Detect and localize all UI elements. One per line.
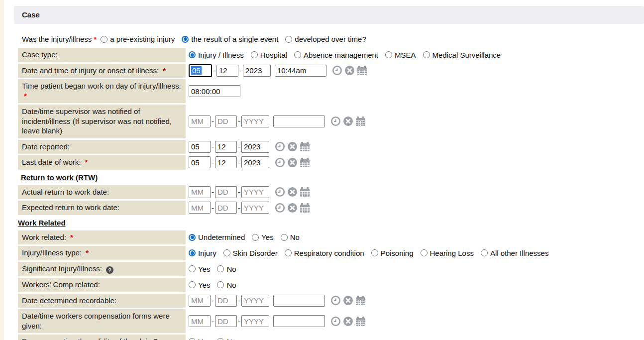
- radio-significant-no[interactable]: No: [217, 265, 236, 273]
- radio-selected-icon[interactable]: [189, 51, 196, 58]
- radio-icon[interactable]: [223, 249, 230, 256]
- radio-pre-existing-injury[interactable]: a pre-existing injury: [101, 35, 175, 43]
- clock-icon[interactable]: [330, 316, 341, 327]
- time-input[interactable]: [275, 65, 326, 77]
- clear-icon[interactable]: [287, 141, 298, 152]
- radio-injury[interactable]: Injury: [189, 249, 216, 257]
- radio-respiratory-condition[interactable]: Respiratory condition: [285, 249, 364, 257]
- day-input[interactable]: [215, 115, 237, 127]
- day-input[interactable]: [215, 156, 237, 168]
- radio-icon[interactable]: [385, 51, 392, 58]
- clear-icon[interactable]: [344, 65, 355, 76]
- calendar-icon[interactable]: [300, 187, 310, 197]
- calendar-icon[interactable]: [355, 116, 366, 126]
- radio-single-event[interactable]: the result of a single event: [182, 35, 278, 43]
- year-input[interactable]: [241, 115, 269, 127]
- radio-icon[interactable]: [421, 249, 428, 256]
- radio-selected-icon[interactable]: [189, 234, 196, 241]
- time-input[interactable]: [273, 295, 325, 307]
- radio-icon[interactable]: [281, 234, 288, 241]
- year-input[interactable]: [243, 65, 271, 77]
- clock-icon[interactable]: [275, 157, 285, 168]
- radio-icon[interactable]: [217, 281, 224, 288]
- clock-icon[interactable]: [275, 203, 285, 213]
- radio-icon[interactable]: [285, 249, 292, 256]
- radio-absence-management[interactable]: Absence management: [294, 51, 378, 59]
- radio-injury-illness[interactable]: Injury / Illness: [189, 51, 244, 59]
- clear-icon[interactable]: [343, 116, 353, 126]
- clock-icon[interactable]: [330, 295, 341, 306]
- month-input[interactable]: [189, 202, 211, 214]
- radio-hearing-loss[interactable]: Hearing Loss: [421, 249, 474, 257]
- radio-work-related-no[interactable]: No: [281, 233, 300, 241]
- radio-significant-yes[interactable]: Yes: [189, 265, 210, 273]
- radio-icon[interactable]: [189, 265, 196, 272]
- radio-selected-icon[interactable]: [189, 249, 196, 256]
- month-input[interactable]: [189, 186, 211, 198]
- radio-icon[interactable]: [189, 281, 196, 288]
- calendar-icon[interactable]: [300, 157, 310, 168]
- month-input-focused[interactable]: 05: [189, 64, 212, 77]
- clear-icon[interactable]: [343, 316, 353, 327]
- clear-icon[interactable]: [287, 187, 298, 197]
- clock-icon[interactable]: [275, 187, 285, 197]
- clear-icon[interactable]: [343, 295, 353, 306]
- month-input[interactable]: [189, 295, 211, 307]
- time-began-input[interactable]: [189, 85, 240, 97]
- month-input[interactable]: [189, 115, 211, 127]
- radio-validity-no[interactable]: No: [217, 338, 236, 340]
- radio-undetermined[interactable]: Undetermined: [189, 233, 245, 241]
- day-input[interactable]: [215, 141, 237, 153]
- day-input[interactable]: [215, 295, 237, 307]
- time-input[interactable]: [273, 115, 325, 127]
- month-input[interactable]: [189, 315, 211, 327]
- clear-icon[interactable]: [287, 203, 298, 213]
- year-input[interactable]: [241, 156, 269, 168]
- radio-icon[interactable]: [371, 249, 378, 256]
- year-input[interactable]: [241, 295, 269, 307]
- radio-validity-yes[interactable]: Yes: [189, 338, 210, 340]
- year-input[interactable]: [241, 141, 269, 153]
- radio-icon[interactable]: [252, 234, 259, 241]
- calendar-icon[interactable]: [300, 203, 310, 213]
- radio-all-other-illnesses[interactable]: All other Illnesses: [481, 249, 549, 257]
- radio-skin-disorder[interactable]: Skin Disorder: [223, 249, 278, 257]
- year-input[interactable]: [241, 315, 269, 327]
- radio-selected-icon[interactable]: [182, 36, 189, 43]
- radio-hospital[interactable]: Hospital: [251, 51, 287, 59]
- radio-icon[interactable]: [217, 265, 224, 272]
- radio-icon[interactable]: [423, 51, 430, 58]
- calendar-icon[interactable]: [300, 141, 310, 152]
- clock-icon[interactable]: [330, 116, 341, 126]
- month-input[interactable]: [189, 141, 211, 153]
- clock-icon[interactable]: [332, 65, 342, 76]
- day-input[interactable]: [216, 65, 238, 77]
- radio-icon[interactable]: [217, 338, 224, 340]
- radio-icon[interactable]: [251, 51, 258, 58]
- day-input[interactable]: [215, 202, 237, 214]
- radio-poisoning[interactable]: Poisoning: [371, 249, 414, 257]
- calendar-icon[interactable]: [355, 316, 366, 327]
- clear-icon[interactable]: [287, 157, 298, 168]
- radio-icon[interactable]: [101, 36, 107, 43]
- radio-medical-surveillance[interactable]: Medical Surveillance: [423, 51, 501, 59]
- radio-workers-comp-no[interactable]: No: [217, 281, 236, 289]
- clock-icon[interactable]: [275, 141, 285, 152]
- radio-work-related-yes[interactable]: Yes: [252, 233, 273, 241]
- help-icon[interactable]: ?: [106, 266, 113, 274]
- radio-developed-over-time[interactable]: developed over time?: [285, 35, 366, 43]
- time-input[interactable]: [273, 315, 325, 327]
- radio-workers-comp-yes[interactable]: Yes: [189, 281, 210, 289]
- day-input[interactable]: [215, 315, 237, 327]
- day-input[interactable]: [215, 186, 237, 198]
- month-input[interactable]: [189, 156, 211, 168]
- year-input[interactable]: [241, 202, 269, 214]
- calendar-icon[interactable]: [357, 65, 367, 76]
- radio-icon[interactable]: [481, 249, 488, 256]
- radio-icon[interactable]: [294, 51, 301, 58]
- radio-msea[interactable]: MSEA: [385, 51, 416, 59]
- calendar-icon[interactable]: [355, 295, 366, 306]
- radio-icon[interactable]: [189, 338, 196, 340]
- radio-icon[interactable]: [285, 36, 292, 43]
- year-input[interactable]: [241, 186, 269, 198]
